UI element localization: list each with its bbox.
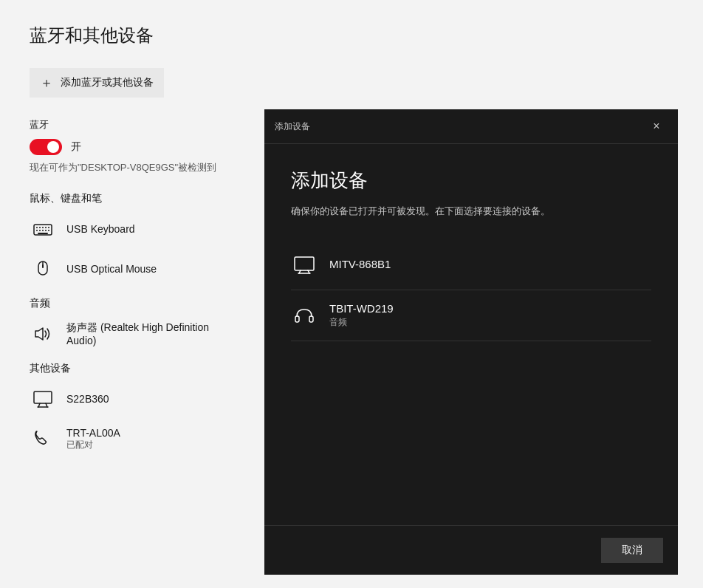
keyboard-device-item: USB Keyboard (30, 216, 236, 242)
add-device-modal: 添加设备 × 添加设备 确保你的设备已打开并可被发现。在下面选择要连接的设备。 … (264, 109, 678, 575)
phone-icon (30, 425, 56, 452)
bluetooth-toggle-row: 开 (30, 139, 236, 155)
mouse-device-item: USB Optical Mouse (30, 256, 236, 282)
speaker-device-name: 扬声器 (Realtek High Definition Audio) (66, 321, 236, 346)
bluetooth-section-title: 蓝牙 (30, 118, 236, 131)
phone-device-name: TRT-AL00A (66, 427, 120, 439)
modal-desc: 确保你的设备已打开并可被发现。在下面选择要连接的设备。 (291, 204, 651, 219)
modal-device-item-headphones[interactable]: TBIT-WD219 音频 (291, 290, 651, 341)
headphones-icon (291, 302, 318, 329)
keyboard-svg (32, 219, 53, 239)
speaker-svg (32, 324, 53, 344)
phone-svg (32, 428, 53, 449)
svg-rect-20 (295, 257, 314, 270)
other-section-title: 其他设备 (30, 362, 236, 375)
page-title: 蓝牙和其他设备 (30, 24, 236, 47)
keyboard-icon (30, 216, 56, 242)
headphones-svg (293, 304, 315, 327)
speaker-device-item: 扬声器 (Realtek High Definition Audio) (30, 321, 236, 347)
monitor-device-name: S22B360 (66, 393, 109, 405)
settings-panel: 蓝牙和其他设备 ＋ 添加蓝牙或其他设备 蓝牙 开 现在可作为"DESKTOP-V… (0, 0, 266, 489)
modal-footer: 取消 (264, 525, 678, 575)
modal-close-button[interactable]: × (645, 115, 668, 137)
tv-icon (291, 251, 318, 278)
tv-device-name: MITV-868B1 (329, 258, 391, 270)
keyboard-device-name: USB Keyboard (66, 223, 135, 235)
phone-device-item: TRT-AL00A 已配对 (30, 425, 236, 452)
add-device-label: 添加蓝牙或其他设备 (61, 76, 154, 89)
mouse-keyboard-section-title: 鼠标、键盘和笔 (30, 192, 236, 205)
mouse-icon (30, 256, 56, 282)
monitor-svg (32, 389, 53, 409)
phone-device-sub: 已配对 (66, 439, 120, 451)
modal-body: 添加设备 确保你的设备已打开并可被发现。在下面选择要连接的设备。 MITV-86… (264, 144, 678, 525)
modal-header-title: 添加设备 (275, 120, 310, 133)
headphones-device-name: TBIT-WD219 (329, 302, 394, 315)
svg-rect-16 (34, 392, 52, 403)
svg-rect-25 (309, 316, 313, 322)
add-device-button[interactable]: ＋ 添加蓝牙或其他设备 (30, 68, 164, 98)
svg-marker-15 (35, 328, 43, 340)
monitor-icon (30, 386, 56, 412)
tv-device-info: MITV-868B1 (329, 258, 391, 270)
toggle-knob (47, 141, 59, 153)
plus-icon: ＋ (40, 74, 53, 92)
modal-device-item-tv[interactable]: MITV-868B1 (291, 239, 651, 290)
cancel-button[interactable]: 取消 (601, 538, 663, 563)
bluetooth-toggle[interactable] (30, 139, 62, 155)
mouse-device-name: USB Optical Mouse (66, 263, 157, 275)
mouse-svg (32, 259, 53, 279)
headphones-device-info: TBIT-WD219 音频 (329, 302, 394, 329)
monitor-device-item: S22B360 (30, 386, 236, 412)
modal-title: 添加设备 (291, 168, 651, 194)
headphones-device-type: 音频 (329, 316, 394, 329)
modal-header: 添加设备 × (264, 109, 678, 144)
svg-rect-24 (295, 316, 299, 322)
bluetooth-info: 现在可作为"DESKTOP-V8QE9GS"被检测到 (30, 161, 236, 174)
phone-device-info: TRT-AL00A 已配对 (66, 427, 120, 451)
bluetooth-toggle-label: 开 (71, 140, 81, 154)
speaker-icon (30, 321, 56, 347)
tv-svg (293, 253, 315, 276)
audio-section-title: 音频 (30, 297, 236, 310)
